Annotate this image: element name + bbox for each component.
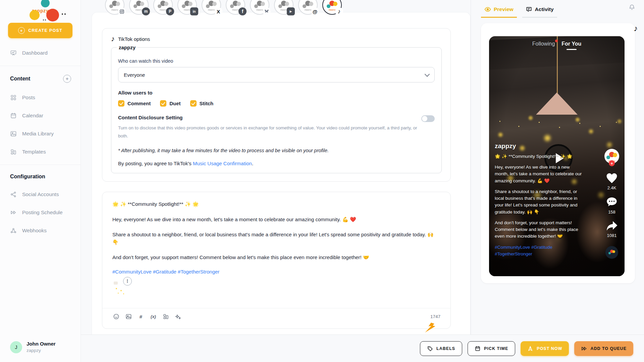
pinterest-icon: P: [166, 7, 174, 15]
likes-count: 2.4K: [607, 185, 616, 190]
agreement-line: By posting, you agree to TikTok's Music …: [118, 161, 435, 166]
sidebar-item-label: Dashboard: [22, 50, 48, 56]
account-avatar: zappzy: [230, 0, 241, 10]
linkedin-icon: in: [190, 7, 198, 15]
dashboard-icon: [10, 50, 17, 56]
sidebar-item-dashboard[interactable]: Dashboard: [0, 50, 80, 56]
plus-icon: +: [18, 27, 25, 34]
agreement-suffix: .: [252, 161, 253, 166]
notifications-bell-icon[interactable]: [629, 4, 635, 12]
shares-count: 1081: [607, 233, 617, 238]
caption-overlay: zappzy 🌟 ✨ **Community Spotlight!** ✨ 🌟 …: [495, 142, 583, 257]
account-instagram[interactable]: zappzy: [105, 0, 124, 15]
hashtag-icon[interactable]: #: [137, 313, 145, 320]
who-can-watch-select[interactable]: Everyone: [118, 67, 435, 82]
account-pinterest[interactable]: zappzy P: [153, 0, 173, 15]
ai-assist-icon[interactable]: [174, 313, 182, 320]
video-attachment[interactable]: ⋮: [112, 280, 128, 303]
stitch-checkbox[interactable]: Stitch: [190, 100, 214, 107]
attachment-menu-button[interactable]: ⋮: [123, 277, 132, 286]
button-label: PICK TIME: [484, 346, 508, 351]
feed-tabs: Following For You: [489, 41, 625, 50]
comments-icon[interactable]: [606, 196, 618, 208]
tiktok-icon: ♪: [634, 24, 638, 33]
composer-toolbar: # (x) 1747: [112, 308, 440, 324]
checkbox-label: Comment: [127, 101, 151, 106]
create-post-label: CREATE POST: [28, 28, 62, 33]
allow-options-row: Comment Duet Stitch: [118, 100, 435, 107]
labels-button[interactable]: LABELS: [420, 341, 462, 356]
tiktok-options-card: ♪ TikTok options zappzy Who can watch th…: [102, 28, 451, 182]
watch-label: Who can watch this video: [118, 58, 435, 64]
sidebar-item-media-library[interactable]: Media Library: [0, 130, 80, 137]
button-label: LABELS: [436, 346, 455, 351]
pick-time-button[interactable]: PICK TIME: [468, 341, 515, 356]
account-avatar: zappzy: [327, 0, 337, 10]
account-bluesky[interactable]: zappzy: [250, 0, 269, 15]
feed-tab-label: For You: [561, 41, 581, 47]
sidebar-item-calendar[interactable]: Calendar: [0, 112, 80, 119]
tiktok-phone-preview: Following For You zappzy 🌟 ✨ **Community…: [489, 36, 625, 276]
account-tiktok-selected[interactable]: zappzy ♪: [322, 0, 342, 15]
facebook-icon: f: [238, 7, 247, 15]
select-value: Everyone: [124, 72, 145, 78]
disclosure-toggle[interactable]: [421, 115, 435, 122]
caption-paragraph: Hey, everyone! As we dive into a new mon…: [495, 164, 583, 184]
account-avatar: zappzy: [109, 0, 120, 10]
account-avatar: zappzy: [254, 0, 265, 10]
caption-paragraph: 🌟 ✨ **Community Spotlight!** ✨ 🌟: [495, 153, 583, 160]
add-content-icon[interactable]: +: [63, 75, 71, 83]
comments-count: 158: [608, 209, 615, 215]
social-accounts-icon: [10, 191, 17, 198]
like-heart-icon[interactable]: [605, 172, 618, 184]
sidebar-item-webhooks[interactable]: Webhooks: [0, 227, 80, 234]
account-threads[interactable]: zappzy @: [298, 0, 318, 15]
comment-checkbox[interactable]: Comment: [118, 100, 151, 107]
feed-tab-for-you[interactable]: For You: [561, 41, 581, 50]
x-icon: X: [214, 7, 222, 15]
post-paragraph: And don't forget, your support matters! …: [112, 253, 440, 261]
account-avatar: zappzy: [206, 0, 217, 10]
account-youtube[interactable]: zappzy ▶: [274, 0, 293, 15]
account-selector-strip: zappzy zappzy m zappzy P zappzy in: [105, 0, 342, 15]
user-name: John Owner: [26, 341, 56, 347]
profile-avatar[interactable]: zappzy +: [604, 149, 619, 164]
post-content-card[interactable]: 🌟 ✨ **Community Spotlight!** ✨ 🌟 Hey, ev…: [102, 192, 451, 328]
sidebar-item-label: Media Library: [22, 131, 54, 137]
tiktok-options-header: ♪ TikTok options: [111, 35, 442, 43]
share-icon[interactable]: [606, 221, 618, 231]
workspace-name: zappzy: [26, 348, 41, 353]
template-icon[interactable]: [162, 313, 169, 320]
emoji-picker-icon[interactable]: [112, 313, 120, 320]
tab-activity[interactable]: Activity: [522, 3, 557, 18]
button-label: ADD TO QUEUE: [590, 346, 627, 351]
preview-tabs: Preview Activity: [471, 0, 644, 18]
youtube-icon: ▶: [287, 7, 295, 15]
sidebar-item-posting-schedule[interactable]: Posting Schedule: [0, 209, 80, 216]
sidebar-item-templates[interactable]: Templates: [0, 148, 80, 155]
create-post-button[interactable]: + CREATE POST: [8, 23, 72, 38]
add-image-icon[interactable]: [125, 313, 132, 320]
variable-icon[interactable]: (x): [150, 313, 157, 320]
account-mastodon[interactable]: zappzy m: [129, 0, 149, 15]
duet-checkbox[interactable]: Duet: [160, 100, 180, 107]
threads-icon: @: [311, 7, 319, 15]
add-to-queue-button[interactable]: ADD TO QUEUE: [574, 341, 633, 356]
section-title: Content: [10, 76, 30, 82]
tiktok-account-fieldset: zappzy Who can watch this video Everyone…: [111, 45, 442, 173]
account-linkedin[interactable]: zappzy in: [177, 0, 197, 15]
account-x[interactable]: zappzy X: [202, 0, 221, 15]
user-profile[interactable]: J John Owner zappzy: [10, 341, 56, 353]
post-now-button[interactable]: POST NOW: [521, 341, 569, 356]
account-facebook[interactable]: zappzy f: [226, 0, 245, 15]
music-usage-link[interactable]: Music Usage Confirmation: [193, 161, 252, 166]
posting-schedule-icon: [10, 209, 17, 216]
feed-tab-following[interactable]: Following: [532, 41, 555, 50]
sound-disc[interactable]: [605, 246, 618, 259]
divider: [0, 66, 80, 66]
sidebar-item-social-accounts[interactable]: Social Accounts: [0, 191, 80, 198]
tab-preview[interactable]: Preview: [481, 3, 517, 18]
avatar: J: [10, 341, 22, 353]
sidebar-item-posts[interactable]: Posts: [0, 94, 80, 101]
post-hashtags: #CommunityLove #Gratitude #TogetherStron…: [112, 269, 440, 275]
